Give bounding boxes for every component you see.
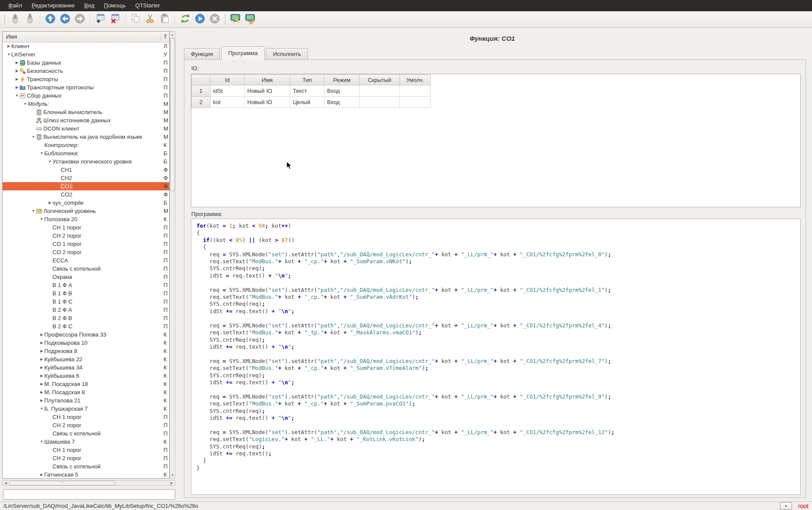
tree-item-Профессора-Попова-33[interactable]: ▶Профессора Попова 33К: [3, 330, 169, 339]
tree-header[interactable]: Имя Т: [3, 32, 169, 42]
io-cell[interactable]: [360, 85, 400, 97]
tree-item-Базы-данных[interactable]: ▶Базы данныхП: [3, 59, 169, 67]
item-add-button[interactable]: [93, 13, 107, 26]
toolbar-handle[interactable]: [224, 15, 226, 24]
chevron-expanded-icon[interactable]: ▼: [14, 92, 20, 100]
chevron-expanded-icon[interactable]: ▼: [23, 100, 28, 108]
chevron-expanded-icon[interactable]: ▼: [39, 438, 44, 446]
tree-item-CH2[interactable]: CH2Ф: [3, 174, 169, 182]
tree-item-В-1-Ф-А[interactable]: В 1 Ф АП: [3, 281, 169, 289]
io-column-Скрытый[interactable]: Скрытый: [360, 75, 400, 85]
chevron-collapsed-icon[interactable]: ▶: [39, 396, 44, 405]
item-del-button[interactable]: [108, 13, 122, 26]
chevron-expanded-icon[interactable]: ▼: [31, 207, 36, 215]
tree-item-CO1[interactable]: CO1Ф: [3, 182, 169, 190]
tree-item-М.-Посадская-8[interactable]: ▶М. Посадская 8К: [3, 388, 169, 396]
tree-item-Связь-с-котельной[interactable]: Связь с котельнойП: [3, 429, 169, 438]
io-cell[interactable]: Целый: [290, 97, 324, 108]
nav-up-button[interactable]: [43, 13, 57, 26]
tree-hscroll-thumb[interactable]: [9, 481, 115, 486]
menu-item-Вид[interactable]: Вид: [79, 0, 99, 11]
tree-item-CH-1-порог[interactable]: CH 1 порогП: [3, 446, 169, 454]
tree-item-Шлюз-источников-данных[interactable]: Шлюз источников данныхМ: [3, 116, 169, 124]
tree-item-В-2-Ф-В[interactable]: В 2 Ф ВП: [3, 314, 169, 322]
chevron-collapsed-icon[interactable]: ▶: [39, 372, 44, 380]
chevron-collapsed-icon[interactable]: ▶: [14, 75, 20, 83]
scroll-down-icon[interactable]: ▼: [170, 473, 175, 478]
tree-item-Клиент[interactable]: ▶КлиентЛ: [3, 42, 169, 50]
tree-item-sys_compile[interactable]: ▶sys_compileБ: [3, 199, 169, 207]
chevron-collapsed-icon[interactable]: ▶: [39, 339, 44, 347]
chevron-collapsed-icon[interactable]: ▶: [14, 67, 20, 75]
tree-item-Связь-с-котельной[interactable]: Связь с котельнойП: [3, 265, 169, 273]
io-column-Режим[interactable]: Режим: [324, 75, 360, 85]
chevron-collapsed-icon[interactable]: ▶: [14, 83, 20, 92]
paste-button[interactable]: [158, 13, 172, 26]
chevron-collapsed-icon[interactable]: ▶: [39, 388, 44, 396]
chevron-collapsed-icon[interactable]: ▶: [39, 347, 44, 355]
io-cell[interactable]: [360, 97, 400, 108]
qtcfg-tools-button[interactable]: [229, 13, 242, 26]
chevron-expanded-icon[interactable]: ▼: [31, 133, 36, 141]
tree-item-CH-2-порог[interactable]: CH 2 порогП: [3, 421, 169, 429]
stop-button[interactable]: [208, 13, 222, 26]
menu-item-Помощь[interactable]: Помощь: [99, 0, 131, 11]
toolbar-handle[interactable]: [3, 15, 6, 24]
tree-item-Сбор-данных[interactable]: ▼Сбор данныхП: [3, 92, 169, 100]
tree-item-CH-1-порог[interactable]: CH 1 порогП: [3, 223, 169, 232]
io-cell[interactable]: Новый IO: [245, 97, 290, 108]
tree-item-Плуталова-21[interactable]: ▶Плуталова 21К: [3, 396, 169, 405]
load-button[interactable]: [8, 13, 22, 26]
tree-item-Транспорты[interactable]: ▶ТранспортыП: [3, 75, 169, 83]
chevron-collapsed-icon[interactable]: ▶: [47, 199, 52, 207]
io-cell[interactable]: Новый IO: [245, 85, 290, 97]
tree-item-Вычислитель-на-java-подобном-языке[interactable]: ▼Вычислитель на java подобном языкеМ: [3, 133, 169, 141]
chevron-collapsed-icon[interactable]: ▶: [39, 363, 44, 372]
tree-item-В-1-Ф-С[interactable]: В 1 Ф СП: [3, 298, 169, 306]
save-button[interactable]: [23, 13, 37, 26]
qtcfg-edit-button[interactable]: [243, 13, 257, 26]
tree-item-Связь-с-котельной[interactable]: Связь с котельнойП: [3, 462, 169, 471]
chevron-collapsed-icon[interactable]: ▶: [39, 355, 44, 363]
io-cell[interactable]: [400, 85, 431, 97]
tree-item-Гатчинская-5[interactable]: ▶Гатчинская 5К: [3, 471, 169, 478]
io-cell[interactable]: Вход: [324, 97, 360, 108]
tree-item-Куйбышева-34[interactable]: ▶Куйбышева 34К: [3, 363, 169, 372]
menu-item-Файл[interactable]: Файл: [3, 0, 27, 11]
tree-item-В-2-Ф-А[interactable]: В 2 Ф АП: [3, 306, 169, 314]
io-table-area[interactable]: IdИмяТипРежимСкрытыйУмолч.1idStНовый IOТ…: [191, 74, 801, 207]
scroll-left-icon[interactable]: ◀: [3, 481, 8, 485]
chevron-collapsed-icon[interactable]: ▶: [14, 59, 20, 67]
tree-item-В-1-Ф-В[interactable]: В 1 Ф ВП: [3, 289, 169, 298]
tree-horizontal-scrollbar[interactable]: ◀ ▶: [2, 480, 175, 486]
scroll-up-icon[interactable]: ▲: [170, 32, 175, 37]
chevron-expanded-icon[interactable]: ▼: [6, 50, 11, 59]
tree-item-Контроллер-[interactable]: Контроллер:К: [3, 141, 169, 149]
scroll-right-icon[interactable]: ▶: [169, 481, 174, 485]
chevron-collapsed-icon[interactable]: ▶: [39, 330, 44, 339]
chevron-expanded-icon[interactable]: ▼: [39, 405, 44, 413]
copy-button[interactable]: [128, 13, 142, 26]
chevron-expanded-icon[interactable]: ▼: [39, 149, 44, 157]
tree-item-CH-2-порог[interactable]: CH 2 порогП: [3, 232, 169, 240]
io-column-Умолч.[interactable]: Умолч.: [400, 75, 431, 85]
io-column-Тип[interactable]: Тип: [290, 75, 324, 85]
tree-item-Транспортные-протоколы[interactable]: ▶Транспортные протоколыП: [3, 83, 169, 92]
tree-item-Логический-уровень[interactable]: ▼Логический уровеньМ: [3, 207, 169, 215]
tree-item-Подковырова-10[interactable]: ▶Подковырова 10К: [3, 339, 169, 347]
tree-item-CO-2-порог[interactable]: CO 2 порогП: [3, 248, 169, 256]
tree-item-LinServer[interactable]: ▼LinServerУ: [3, 50, 169, 59]
tree-item-Б.-Пушкарская-7[interactable]: ▼Б. Пушкарская 7К: [3, 405, 169, 413]
tree-item-DCON-клиент[interactable]: DCONDCON клиентМ: [3, 124, 169, 133]
tab-Функция[interactable]: Функция: [184, 48, 220, 59]
chevron-collapsed-icon[interactable]: ▶: [39, 471, 44, 478]
tree-item-CH-1-порог[interactable]: CH 1 порогП: [3, 413, 169, 421]
tree-item-Установки-логического-уровня[interactable]: ▼Установки логического уровняБ: [3, 157, 169, 166]
reload-button[interactable]: [178, 13, 192, 26]
tree-item-Безопасность[interactable]: ▶БезопасностьП: [3, 67, 169, 75]
chevron-expanded-icon[interactable]: ▼: [39, 215, 44, 223]
menu-item-Редактирование[interactable]: Редактирование: [27, 0, 79, 11]
tree-item-Модуль-[interactable]: ▼Модуль:М: [3, 100, 169, 108]
tree-item-CH1[interactable]: CH1Ф: [3, 166, 169, 174]
tree-item-Охрана[interactable]: ОхранаП: [3, 273, 169, 281]
